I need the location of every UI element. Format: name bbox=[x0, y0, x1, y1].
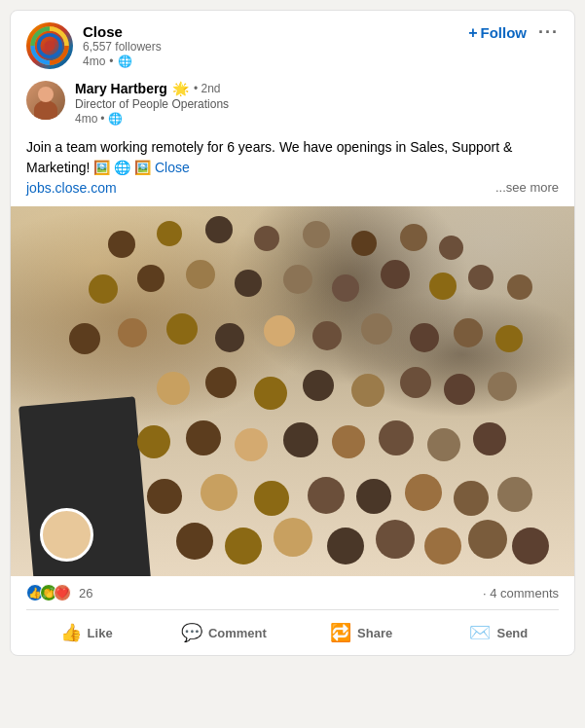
reactions-left: 👍 👏 ❤️ 26 bbox=[26, 584, 92, 601]
author-privacy-icon: 🌐 bbox=[108, 112, 123, 126]
jobs-url[interactable]: jobs.close.com bbox=[26, 180, 117, 196]
plus-icon: + bbox=[468, 24, 477, 42]
author-separator: • bbox=[100, 112, 104, 126]
send-icon: ✉️ bbox=[469, 622, 491, 643]
send-label: Send bbox=[496, 626, 528, 640]
comment-icon: 💬 bbox=[181, 622, 202, 643]
company-logo[interactable] bbox=[26, 22, 73, 69]
author-name-row: Mary Hartberg 🌟 • 2nd bbox=[75, 81, 229, 96]
follow-label: Follow bbox=[480, 24, 527, 41]
author-title: Director of People Operations bbox=[75, 97, 229, 111]
sun-emoji: 🌟 bbox=[172, 81, 189, 96]
send-button[interactable]: ✉️ Send bbox=[431, 614, 567, 651]
author-post-meta: 4mo • 🌐 bbox=[75, 112, 229, 126]
header-actions: + Follow ··· bbox=[468, 22, 559, 43]
author-name[interactable]: Mary Hartberg bbox=[75, 81, 167, 96]
team-photo bbox=[11, 206, 574, 576]
comment-button[interactable]: 💬 Comment bbox=[156, 614, 291, 651]
see-more[interactable]: ...see more bbox=[495, 178, 559, 198]
like-button[interactable]: 👍 Like bbox=[18, 614, 154, 651]
share-label: Share bbox=[357, 626, 392, 640]
privacy-globe-icon: 🌐 bbox=[118, 55, 132, 68]
share-button[interactable]: 🔁 Share bbox=[294, 614, 429, 651]
more-options-button[interactable]: ··· bbox=[538, 22, 559, 43]
svg-point-2 bbox=[45, 41, 55, 52]
author-info: Mary Hartberg 🌟 • 2nd Director of People… bbox=[75, 81, 229, 126]
comments-count[interactable]: · 4 comments bbox=[483, 586, 559, 601]
reaction-emoji-stack: 👍 👏 ❤️ bbox=[26, 584, 67, 601]
linkedin-post-card: Close 6,557 followers 4mo • 🌐 + Follow ·… bbox=[10, 10, 575, 656]
more-dots: ··· bbox=[538, 22, 559, 42]
crowd-simulation bbox=[11, 206, 574, 576]
author-section: Mary Hartberg 🌟 • 2nd Director of People… bbox=[11, 77, 574, 133]
post-image bbox=[11, 206, 574, 576]
connection-badge: • 2nd bbox=[194, 82, 221, 95]
company-post-meta: 4mo • 🌐 bbox=[83, 55, 559, 68]
action-bar: 👍 Like 💬 Comment 🔁 Share ✉️ Send bbox=[11, 610, 574, 655]
like-icon: 👍 bbox=[60, 622, 82, 643]
author-avatar[interactable] bbox=[26, 81, 65, 120]
post-text: Join a team working remotely for 6 years… bbox=[26, 139, 512, 175]
heart-reaction: ❤️ bbox=[54, 584, 71, 601]
reaction-count[interactable]: 26 bbox=[79, 586, 92, 601]
share-icon: 🔁 bbox=[330, 622, 351, 643]
reaction-bar: 👍 👏 ❤️ 26 · 4 comments bbox=[11, 576, 574, 609]
post-content: Join a team working remotely for 6 years… bbox=[11, 133, 574, 206]
follow-button[interactable]: + Follow bbox=[468, 24, 527, 42]
comment-label: Comment bbox=[208, 626, 267, 640]
separator: • bbox=[109, 55, 113, 68]
author-post-time: 4mo bbox=[75, 112, 97, 126]
close-link[interactable]: Close bbox=[155, 160, 190, 175]
post-time: 4mo bbox=[83, 55, 105, 68]
like-label: Like bbox=[88, 626, 113, 640]
company-header: Close 6,557 followers 4mo • 🌐 + Follow ·… bbox=[11, 11, 574, 77]
